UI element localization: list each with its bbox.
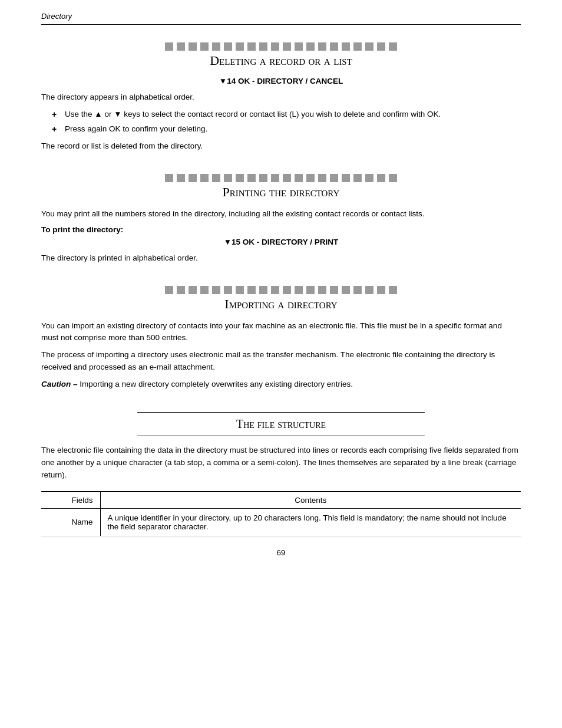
file-structure-rule-top: [137, 412, 425, 413]
print-step-heading: ▼15 OK - DIRECTORY / PRINT: [41, 238, 521, 246]
dashed-divider-3: [41, 286, 521, 294]
delete-title: Deleting a record or a list: [41, 53, 521, 68]
import-title: Importing a directory: [41, 297, 521, 312]
file-structure-section: The file structure The electronic file c…: [41, 412, 521, 536]
delete-section: Deleting a record or a list ▼14 OK - DIR…: [41, 42, 521, 153]
delete-footer: The record or list is deleted from the d…: [41, 140, 521, 153]
table-field-name: Name: [41, 508, 100, 536]
caution-text-content: Importing a new directory completely ove…: [80, 380, 353, 388]
print-intro: You may print all the numbers stored in …: [41, 208, 521, 220]
caution-label: Caution –: [41, 380, 78, 388]
header-rule: [41, 24, 521, 25]
print-footer: The directory is printed in alphabetical…: [41, 252, 521, 265]
import-body2: The process of importing a directory use…: [41, 349, 521, 374]
print-title: Printing the directory: [41, 185, 521, 200]
table-col-contents: Contents: [100, 492, 521, 509]
delete-bullets: Use the ▲ or ▼ keys to select the contac…: [59, 108, 521, 136]
page-header: Directory: [41, 12, 521, 21]
delete-step-heading: ▼14 OK - DIRECTORY / CANCEL: [41, 77, 521, 85]
page: Directory Deleting a record or a list ▼1…: [0, 0, 562, 728]
file-structure-title: The file structure: [41, 415, 521, 433]
page-number: 69: [41, 548, 521, 557]
delete-intro: The directory appears in alphabetical or…: [41, 91, 521, 104]
table-content-name: A unique identifier in your directory, u…: [100, 508, 521, 536]
import-body1: You can import an existing directory of …: [41, 320, 521, 345]
print-section: Printing the directory You may print all…: [41, 174, 521, 265]
dashed-divider-1: [41, 42, 521, 51]
dashed-divider-2: [41, 174, 521, 182]
file-structure-rule-bottom: [137, 436, 425, 436]
print-subheading: To print the directory:: [41, 225, 521, 234]
data-table: Fields Contents Name A unique identifier…: [41, 491, 521, 536]
file-structure-intro: The electronic file containing the data …: [41, 444, 521, 482]
delete-bullet-1: Use the ▲ or ▼ keys to select the contac…: [59, 108, 521, 121]
import-caution: Caution – Importing a new directory comp…: [41, 378, 521, 391]
table-col-fields: Fields: [41, 492, 100, 509]
table-row: Name A unique identifier in your directo…: [41, 508, 521, 536]
delete-bullet-2: Press again OK to confirm your deleting.: [59, 123, 521, 136]
import-section: Importing a directory You can import an …: [41, 286, 521, 391]
